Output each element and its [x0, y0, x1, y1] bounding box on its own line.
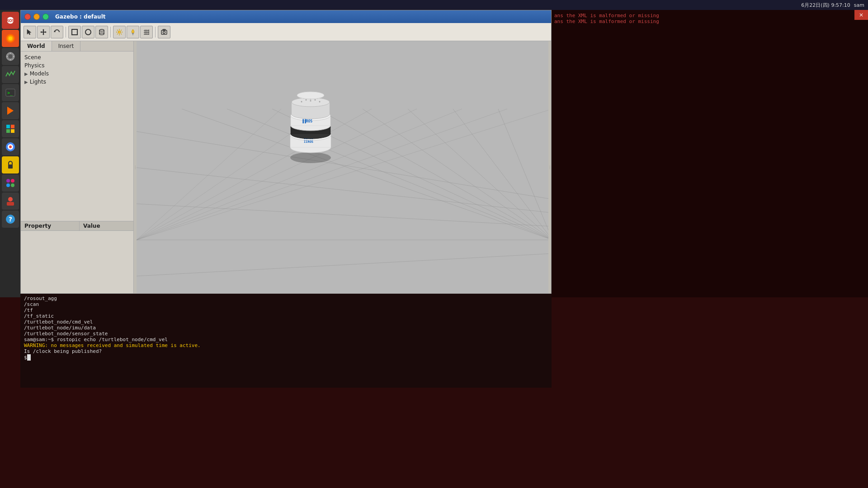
title-bar: Gazebo : default	[21, 10, 551, 23]
dock-icon-2[interactable]	[2, 48, 19, 65]
terminal-line-7: /turtlebot_node/sensor_state	[24, 331, 548, 337]
tree-scene-label: Scene	[24, 54, 41, 61]
close-button[interactable]	[24, 14, 31, 20]
tree-models[interactable]: ▶ Models	[21, 70, 133, 78]
right-error-panel: ans the XML is malformed or missing ans …	[552, 10, 868, 297]
svg-point-61	[163, 31, 165, 33]
svg-point-22	[6, 179, 10, 183]
terminal-line-1: /rosout_agg	[24, 296, 548, 301]
toolbar-grid-btn[interactable]	[140, 26, 153, 38]
svg-rect-15	[11, 125, 14, 128]
svg-text:▐▐ROS: ▐▐ROS	[302, 119, 312, 123]
left-tree: Scene Physics ▶ Models ▶ Lights	[21, 52, 133, 221]
tree-lights-arrow: ▶	[24, 80, 28, 84]
right-panel-divider[interactable]: ⋮	[548, 41, 551, 293]
toolbar-cursor-btn[interactable]	[24, 26, 36, 38]
value-col-header: Value	[80, 221, 104, 230]
dock-icon-7[interactable]	[2, 174, 19, 192]
svg-rect-14	[6, 125, 10, 128]
robot-model: IIROS IIROS ▐▐ROS	[277, 91, 344, 163]
dock-icon-5[interactable]	[2, 120, 19, 137]
right-panel-close-btn[interactable]: ×	[854, 10, 868, 20]
terminal-line-5: /turtlebot_node/cmd_vel	[24, 319, 548, 325]
tree-lights[interactable]: ▶ Lights	[21, 78, 133, 86]
svg-line-49	[121, 33, 122, 34]
toolbar-sphere-btn[interactable]	[82, 26, 94, 38]
properties-panel: Property Value	[21, 221, 133, 293]
svg-point-102	[301, 101, 302, 103]
dock-icon-8[interactable]	[2, 192, 19, 210]
svg-rect-37	[72, 29, 77, 35]
terminal-prompt: $	[24, 355, 27, 361]
svg-point-84	[290, 152, 331, 163]
svg-text:>_: >_	[7, 90, 13, 96]
svg-line-51	[117, 33, 118, 34]
toolbar-sun-btn[interactable]	[113, 26, 126, 38]
side-dock: ROS >_ ?	[0, 10, 20, 297]
svg-point-105	[310, 100, 311, 102]
toolbar-translate-btn[interactable]	[37, 26, 50, 38]
error-line-2: ans the XML is malformed or missing	[554, 19, 865, 24]
svg-rect-62	[163, 29, 165, 30]
maximize-button[interactable]	[42, 14, 49, 20]
svg-rect-52	[132, 33, 134, 34]
toolbar-box-btn[interactable]	[68, 26, 81, 38]
svg-point-39	[99, 29, 104, 31]
svg-point-25	[11, 183, 14, 187]
svg-point-38	[85, 29, 91, 35]
terminal-cursor-line[interactable]: $	[24, 354, 548, 361]
system-bar: 6月22日(四) 9:57:10 sam	[0, 0, 868, 10]
svg-point-111	[297, 92, 324, 99]
svg-rect-21	[8, 164, 13, 169]
svg-rect-16	[6, 129, 10, 133]
svg-point-103	[315, 99, 316, 101]
dock-icon-1[interactable]	[2, 30, 19, 47]
left-tabs: World Insert	[21, 41, 133, 52]
gazebo-window: Gazebo : default	[20, 10, 552, 308]
svg-line-50	[121, 30, 122, 31]
separator-2	[110, 27, 111, 38]
toolbar-screenshot-btn[interactable]	[158, 26, 170, 38]
separator-3	[155, 27, 156, 38]
svg-rect-27	[7, 202, 14, 206]
toolbar-cylinder-btn[interactable]	[95, 26, 108, 38]
svg-marker-13	[7, 107, 14, 115]
tab-insert[interactable]: Insert	[52, 41, 80, 51]
tree-physics[interactable]: Physics	[21, 61, 133, 70]
tree-physics-label: Physics	[24, 62, 44, 69]
separator-1	[66, 27, 66, 38]
svg-line-48	[117, 30, 118, 31]
svg-point-6	[8, 54, 13, 59]
terminal-line-3: /tf	[24, 307, 548, 313]
terminal-line-2: /scan	[24, 301, 548, 307]
terminal-panel[interactable]: /rosout_agg /scan /tf /tf_static /turtle…	[20, 294, 552, 388]
svg-rect-17	[11, 129, 14, 133]
svg-marker-33	[42, 34, 44, 35]
svg-point-43	[118, 31, 121, 33]
toolbar-lamp-btn[interactable]	[127, 26, 139, 38]
viewport-grid	[137, 41, 548, 293]
dock-terminal-icon[interactable]: >_	[2, 84, 19, 101]
dock-icon-4[interactable]	[2, 102, 19, 119]
terminal-line-4: /tf_static	[24, 313, 548, 319]
dock-help-icon[interactable]: ?	[2, 211, 19, 228]
system-user: sam	[854, 2, 864, 8]
svg-point-20	[9, 145, 12, 148]
dock-lock-icon[interactable]	[2, 156, 19, 174]
viewport-3d[interactable]: IIROS IIROS ▐▐ROS	[137, 41, 548, 293]
terminal-warning-line: WARNING: no messages received and simula…	[24, 343, 548, 348]
dock-ros-icon[interactable]: ROS	[2, 12, 19, 29]
tab-world[interactable]: World	[21, 41, 52, 51]
svg-marker-34	[40, 31, 42, 33]
svg-marker-35	[45, 31, 47, 33]
properties-header: Property Value	[21, 221, 133, 231]
dock-icon-6[interactable]	[2, 138, 19, 155]
toolbar-rotate-btn[interactable]	[51, 26, 63, 38]
tree-models-arrow: ▶	[24, 71, 28, 76]
tree-scene[interactable]: Scene	[21, 53, 133, 61]
svg-point-104	[319, 101, 321, 103]
svg-point-24	[6, 183, 10, 187]
minimize-button[interactable]	[33, 14, 40, 20]
dock-icon-3[interactable]	[2, 66, 19, 83]
tree-models-label: Models	[30, 70, 49, 77]
